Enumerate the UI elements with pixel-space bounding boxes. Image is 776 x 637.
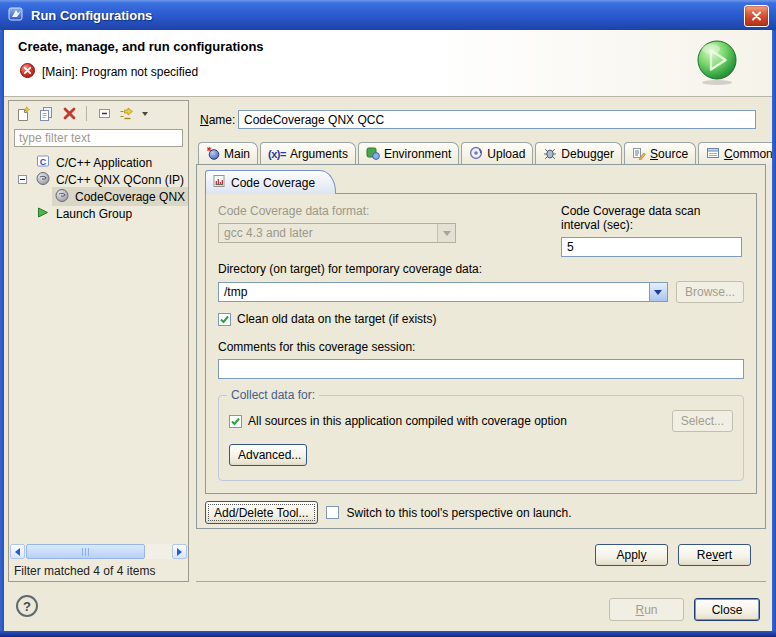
duplicate-configuration-icon[interactable] (37, 105, 55, 123)
main-tab-icon (206, 146, 220, 163)
name-label: Name: (200, 113, 235, 127)
error-icon (20, 63, 35, 81)
run-configurations-dialog: Run Configurations Create, manage, and r… (0, 0, 776, 637)
filter-icon[interactable] (118, 105, 136, 123)
arguments-tab-icon: (x)= (268, 148, 286, 160)
code-coverage-tab-label: Code Coverage (231, 176, 315, 190)
error-text: [Main]: Program not specified (42, 65, 198, 79)
select-button[interactable]: Select... (672, 410, 733, 432)
switch-perspective-checkbox[interactable] (326, 506, 339, 519)
tree-item-launch-group[interactable]: Launch Group (9, 205, 188, 222)
tab-code-coverage[interactable]: Code Coverage (205, 170, 336, 194)
tab-arguments[interactable]: (x)= Arguments (260, 142, 356, 165)
delete-configuration-icon[interactable] (60, 105, 78, 123)
source-tab-icon (632, 146, 646, 163)
all-sources-checkbox[interactable] (229, 415, 242, 428)
tree-toolbar (9, 101, 188, 126)
configurations-panel: C C/C++ Application C/C++ QNX QConn (IP) (8, 100, 189, 582)
upload-tab-icon (469, 146, 483, 163)
collect-data-group: Collect data for: All sources in this ap… (218, 395, 744, 481)
tab-debugger[interactable]: Debugger (535, 142, 622, 165)
window-border-left (0, 0, 4, 637)
run-button[interactable]: Run (609, 598, 684, 621)
apply-button[interactable]: Apply (595, 544, 668, 566)
header-banner: Create, manage, and run configurations [… (4, 30, 772, 97)
window-border-right (772, 0, 776, 637)
qnx-qconn-icon (35, 170, 51, 189)
tab-bar: Main (x)= Arguments Environment (198, 139, 766, 165)
scroll-right-icon[interactable] (172, 544, 187, 559)
scroll-left-icon[interactable] (10, 544, 25, 559)
tab-upload[interactable]: Upload (461, 142, 533, 165)
clean-old-data-label: Clean old data on the target (if exists) (237, 312, 436, 326)
environment-tab-icon (366, 146, 380, 163)
window-border-bottom (0, 631, 776, 637)
dialog-footer: ? Run Close (4, 585, 772, 631)
run-banner-icon (694, 38, 740, 89)
titlebar[interactable]: Run Configurations (0, 0, 776, 30)
toolbar-separator (86, 106, 87, 121)
switch-perspective-label: Switch to this tool's perspective on lau… (347, 506, 572, 520)
configuration-editor: Name: Main (x)= Arguments (196, 100, 766, 582)
filter-menu-caret-icon[interactable] (142, 112, 148, 116)
directory-combo[interactable]: /tmp (218, 282, 668, 302)
format-label: Code Coverage data format: (218, 204, 456, 218)
combo-arrow-icon (437, 224, 455, 242)
clean-old-data-checkbox[interactable] (218, 313, 231, 326)
scan-interval-input[interactable] (561, 237, 742, 257)
scrollbar-thumb[interactable] (26, 544, 145, 559)
collapse-all-icon[interactable] (95, 105, 113, 123)
tab-main[interactable]: Main (198, 142, 258, 165)
scan-interval-label: Code Coverage data scan interval (sec): (561, 204, 742, 232)
page-title: Create, manage, and run configurations (18, 39, 264, 54)
svg-text:C: C (40, 157, 47, 167)
close-button[interactable]: Close (694, 598, 760, 621)
directory-label: Directory (on target) for temporary cove… (218, 262, 744, 276)
help-icon[interactable]: ? (16, 595, 38, 617)
close-icon[interactable] (744, 5, 769, 27)
collapse-expander-icon[interactable] (18, 175, 27, 184)
all-sources-label: All sources in this application compiled… (248, 414, 567, 428)
add-delete-tool-button[interactable]: Add/Delete Tool... (205, 501, 318, 524)
filter-input[interactable] (14, 129, 183, 147)
window-title: Run Configurations (31, 8, 152, 23)
code-coverage-panel: Code Coverage data format: gcc 4.3 and l… (205, 193, 757, 494)
tab-source[interactable]: Source (624, 142, 696, 165)
format-combo: gcc 4.3 and later (218, 223, 456, 243)
revert-button[interactable]: Revert (678, 544, 751, 566)
debugger-tab-icon (543, 146, 557, 163)
tree-item-qconn[interactable]: C/C++ QNX QConn (IP) (9, 171, 188, 188)
name-input[interactable] (238, 110, 756, 129)
tab-common[interactable]: Common (698, 142, 776, 165)
advanced-button[interactable]: Advanced... (229, 444, 307, 466)
tools-tab-panel: Code Coverage Code Coverage data format:… (196, 164, 766, 529)
browse-button[interactable]: Browse... (676, 281, 744, 303)
common-tab-icon (706, 146, 720, 163)
tree-item-capp[interactable]: C C/C++ Application (9, 154, 188, 171)
qnx-qconn-icon (54, 187, 70, 206)
app-icon (8, 6, 24, 25)
configurations-tree: C C/C++ Application C/C++ QNX QConn (IP) (9, 154, 188, 222)
combo-arrow-icon[interactable] (649, 283, 667, 301)
tab-environment[interactable]: Environment (358, 142, 459, 165)
tree-horizontal-scrollbar[interactable] (10, 544, 187, 559)
new-configuration-icon[interactable] (14, 105, 32, 123)
error-message-row: [Main]: Program not specified (20, 63, 198, 81)
tree-item-codecoverage[interactable]: CodeCoverage QNX QCC (9, 188, 188, 205)
comments-label: Comments for this coverage session: (218, 340, 744, 354)
collect-data-group-label: Collect data for: (227, 388, 319, 402)
comments-input[interactable] (218, 359, 744, 379)
filter-status: Filter matched 4 of 4 items (14, 564, 155, 578)
code-coverage-tab-icon (212, 174, 226, 191)
launch-group-icon (35, 204, 51, 222)
